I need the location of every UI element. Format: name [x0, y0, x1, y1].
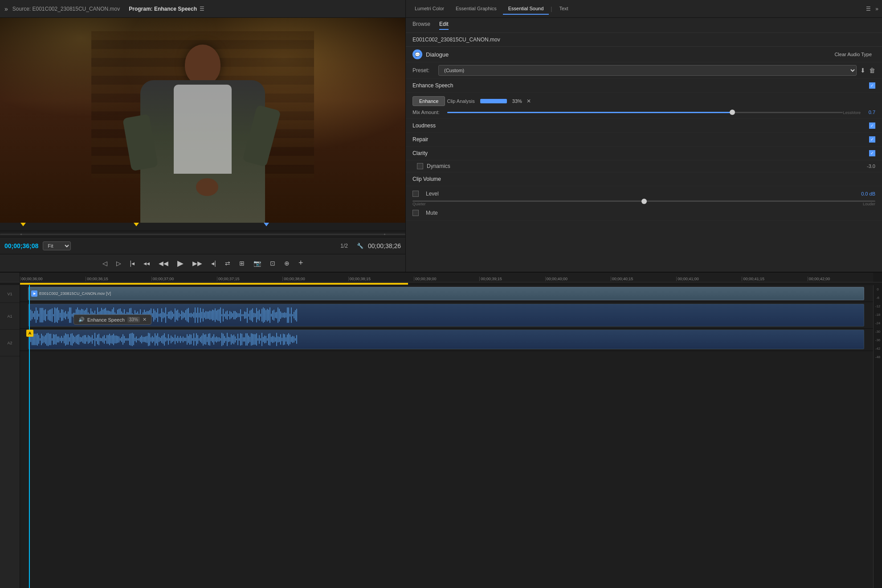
mark-out-btn[interactable]: ▷ [114, 258, 123, 269]
in-marker[interactable] [20, 223, 26, 226]
dialogue-label: Dialogue [426, 51, 831, 58]
clip-volume-header[interactable]: Clip Volume [406, 172, 882, 186]
dialogue-row: 💬 Dialogue Clear Audio Type [406, 47, 882, 62]
end-timecode: 00;00;38;26 [368, 242, 401, 249]
lumetri-color-tab[interactable]: Lumetri Color [409, 3, 449, 15]
enhance-btns-row: Enhance Clip Analysis 33% ✕ [412, 96, 875, 106]
video-frame [0, 18, 405, 223]
repair-checkbox[interactable] [869, 136, 875, 143]
out-marker[interactable] [134, 223, 139, 226]
ruler-marks: 00;00;36;00 00;00;36;15 00;00;37;00 00;0… [20, 277, 873, 281]
analysis-close-icon[interactable]: ✕ [527, 98, 531, 104]
step-back-btn[interactable]: ◂◂ [142, 258, 151, 269]
preset-delete-icon[interactable]: 🗑 [869, 67, 875, 74]
camera-btn[interactable]: 📷 [252, 258, 263, 269]
go-to-in-btn[interactable]: |◂ [128, 258, 137, 269]
level-value: 0.0 dB [858, 191, 875, 196]
tooltip-close-icon[interactable]: ✕ [143, 317, 147, 323]
level-0: 0 [877, 287, 878, 291]
clarity-header[interactable]: Clarity [406, 147, 882, 160]
wrench-icon[interactable]: 🔧 [357, 243, 363, 249]
preset-select[interactable]: (Custom) [438, 65, 857, 76]
analysis-pct: 33% [512, 98, 522, 104]
mute-label: Mute [426, 210, 438, 216]
enhance-speech-checkbox[interactable] [869, 82, 875, 89]
preset-row: Preset: (Custom) ⬇ 🗑 [406, 62, 882, 79]
scrub-bar[interactable] [0, 231, 405, 237]
loop-btn[interactable]: ⇄ [223, 258, 232, 269]
person-hands [196, 178, 218, 196]
ruler-mark-10: 00;00;41;00 [676, 277, 742, 281]
expand-icon[interactable]: » [4, 5, 8, 12]
enhance-btn[interactable]: Enhance [412, 96, 445, 106]
ruler-mark-1: 00;00;36;15 [86, 277, 151, 281]
vol-slider-track[interactable] [412, 200, 875, 202]
mark-in-btn[interactable]: ◁ [101, 258, 109, 269]
ruler-mark-12: 00;00;42;00 [808, 277, 873, 281]
text-tab[interactable]: Text [554, 3, 573, 15]
panel-tabs: Lumetri Color Essential Graphics Essenti… [406, 0, 882, 18]
rewind-btn[interactable]: ◀◀ [157, 258, 170, 269]
enhance-speech-header[interactable]: Enhance Speech [406, 79, 882, 93]
loudness-checkbox[interactable] [869, 122, 875, 129]
level-row: Level 0.0 dB [412, 189, 875, 199]
fit-selector[interactable]: Fit 25% 50% 100% [43, 241, 71, 250]
sound-edit-tabs: Browse Edit [406, 18, 882, 33]
essential-sound-tab[interactable]: Essential Sound [503, 3, 549, 15]
level-6: -6 [876, 296, 879, 300]
clarity-checkbox[interactable] [869, 150, 875, 156]
step-fwd-btn[interactable]: ▶▶ [191, 258, 204, 269]
edit-tab[interactable]: Edit [439, 21, 449, 30]
level-meter: 0 -6 -12 -18 -24 -30 -36 -42 -48 [873, 285, 882, 588]
mix-slider-thumb[interactable] [730, 110, 735, 115]
level-12: -12 [875, 304, 881, 308]
tracks-content: ▶ E001C002_230815CU_CANON.mov [V] 🔊 Enha… [20, 285, 873, 588]
sound-panel-content: E001C002_230815CU_CANON.mov 💬 Dialogue C… [406, 33, 882, 272]
panel-menu-icon[interactable]: ☰ [866, 6, 871, 12]
vol-slider-row: Quieter Louder [412, 199, 875, 208]
ruler-mark-8: 00;00;40;00 [545, 277, 611, 281]
mix-slider-container: Less More [447, 110, 861, 115]
video-clip[interactable]: ▶ E001C002_230815CU_CANON.mov [V] [28, 287, 864, 300]
add-btn[interactable]: + [297, 257, 305, 270]
mix-value: 0.7 [864, 110, 875, 115]
level-42: -42 [875, 347, 881, 351]
loudness-header[interactable]: Loudness [406, 119, 882, 133]
audio-clip-1[interactable] [28, 304, 864, 327]
scrub-out [384, 233, 385, 235]
tooltip-enhance-icon: 🔊 [78, 317, 85, 323]
multi-cam-btn[interactable]: ⊡ [268, 258, 277, 269]
vr-btn[interactable]: ⊕ [282, 258, 291, 269]
safe-zone-btn[interactable]: ⊞ [237, 258, 246, 269]
video-clip-label: E001C002_230815CU_CANON.mov [V] [39, 291, 111, 296]
level-label: Level [426, 191, 854, 197]
repair-title: Repair [412, 136, 869, 143]
panel-expand-icon[interactable]: » [875, 6, 878, 12]
browse-tab[interactable]: Browse [412, 21, 430, 30]
timecode-bar: 00;00;36;08 Fit 25% 50% 100% 1/2 🔧 00;00… [0, 237, 405, 254]
playhead-marker[interactable] [264, 223, 269, 226]
audio-clip-2[interactable] [28, 330, 864, 349]
dynamics-row: Dynamics -3.0 [406, 160, 882, 172]
current-timecode[interactable]: 00;00;36;08 [4, 242, 38, 249]
program-panel-title[interactable]: Program: Enhance Speech [129, 6, 197, 12]
clear-audio-btn[interactable]: Clear Audio Type [831, 50, 875, 58]
dynamics-checkbox[interactable] [417, 163, 423, 169]
go-to-out-btn[interactable]: ◂| [209, 258, 218, 269]
mix-amount-label: Mix Amount: [412, 110, 444, 115]
level-checkbox[interactable] [412, 191, 419, 197]
clip-name-row: E001C002_230815CU_CANON.mov [406, 33, 882, 47]
repair-header[interactable]: Repair [406, 133, 882, 147]
inout-bar [20, 283, 408, 285]
mute-checkbox[interactable] [412, 210, 419, 216]
audio-track-label-2: A2 [0, 330, 20, 356]
essential-graphics-tab[interactable]: Essential Graphics [450, 3, 502, 15]
mix-slider-track[interactable] [447, 112, 843, 113]
preset-download-icon[interactable]: ⬇ [860, 67, 866, 74]
play-btn[interactable]: ▶ [176, 257, 185, 270]
vol-slider-thumb[interactable] [641, 199, 647, 204]
program-menu-icon[interactable]: ☰ [200, 6, 204, 12]
video-track: ▶ E001C002_230815CU_CANON.mov [V] [20, 285, 873, 302]
ruler-mark-2: 00;00;37;00 [151, 277, 217, 281]
clip-name: E001C002_230815CU_CANON.mov [412, 37, 500, 43]
